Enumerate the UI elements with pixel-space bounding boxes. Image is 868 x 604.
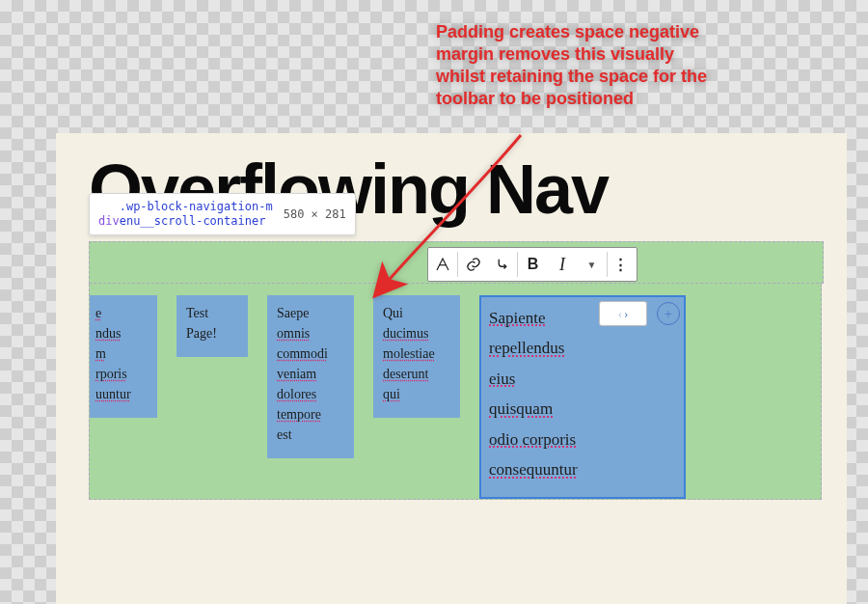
nav-item-text: quisquam [489, 394, 676, 424]
annotation-text: Padding creates space negative margin re… [436, 22, 707, 108]
nav-item[interactable]: Qui ducimus molestiae deserunt qui [373, 295, 460, 418]
move-prev-icon[interactable]: ‹ [618, 302, 622, 325]
nav-item-text: odio corporis [489, 425, 676, 454]
nav-item-text: Saepe [277, 303, 344, 323]
nav-item-text: rporis [95, 364, 148, 384]
italic-button[interactable]: I [548, 248, 577, 281]
nav-item-text: m [95, 343, 148, 364]
tooltip-tag: div [98, 214, 120, 228]
nav-item-text: Page! [186, 323, 238, 343]
nav-item-text: Test [186, 303, 238, 323]
nav-item-text: e [95, 303, 148, 323]
nav-item-text: uuntur [95, 384, 148, 404]
annotation-callout: Padding creates space negative margin re… [436, 21, 725, 110]
nav-item-text: tempore [277, 404, 344, 425]
nav-item-text: deserunt [383, 364, 450, 384]
nav-padding-strip: B I ▼ ⋮ [89, 241, 824, 284]
nav-item[interactable]: Saepe omnis commodi veniam dolores tempo… [267, 295, 354, 458]
nav-item[interactable]: Test Page! [176, 295, 248, 357]
nav-item-text: consequuntur [489, 454, 676, 484]
nav-item-text: repellendus [489, 333, 676, 363]
nav-item-selected[interactable]: ‹ › + Sapiente repellendus eius quisquam… [479, 295, 686, 499]
nav-item-text: ndus [95, 323, 148, 343]
toolbar-more-menu[interactable]: ⋮ [607, 248, 636, 281]
block-mover: ‹ › + [599, 301, 680, 326]
add-block-button[interactable]: + [657, 302, 680, 325]
submenu-icon[interactable] [488, 248, 517, 281]
bold-button[interactable]: B [518, 248, 547, 281]
block-toolbar: B I ▼ ⋮ [427, 247, 637, 282]
nav-item-text: est [277, 425, 344, 445]
nav-item-text: dolores [277, 384, 344, 404]
nav-item[interactable]: e ndus m rporis uuntur [89, 295, 157, 418]
nav-item-text: commodi [277, 343, 344, 364]
nav-item-text: Qui [383, 303, 450, 323]
nav-item-text: eius [489, 364, 676, 394]
more-formatting-dropdown[interactable]: ▼ [577, 248, 606, 281]
link-icon[interactable] [458, 248, 487, 281]
tooltip-element: div.wp-block-navigation-menu__scroll-con… [98, 200, 274, 229]
tooltip-dimensions: 580 × 281 [284, 207, 346, 221]
nav-block-icon[interactable] [428, 248, 457, 281]
plus-icon: + [665, 307, 672, 321]
nav-item-text: omnis [277, 323, 344, 343]
nav-item-text: qui [383, 384, 450, 404]
nav-scroll-container[interactable]: e ndus m rporis uuntur Test Page! Saepe … [89, 284, 822, 500]
nav-item-text: molestiae [383, 343, 450, 364]
nav-item-text: ducimus [383, 323, 450, 343]
move-next-icon[interactable]: › [624, 302, 628, 325]
nav-items-row: e ndus m rporis uuntur Test Page! Saepe … [89, 295, 686, 499]
block-mover-arrows[interactable]: ‹ › [599, 301, 647, 326]
devtools-element-tooltip: div.wp-block-navigation-menu__scroll-con… [89, 193, 356, 235]
checkerboard-transparency-bg: Padding creates space negative margin re… [0, 0, 868, 604]
tooltip-class: .wp-block-navigation-menu__scroll-contai… [120, 200, 274, 229]
nav-item-text: veniam [277, 364, 344, 384]
